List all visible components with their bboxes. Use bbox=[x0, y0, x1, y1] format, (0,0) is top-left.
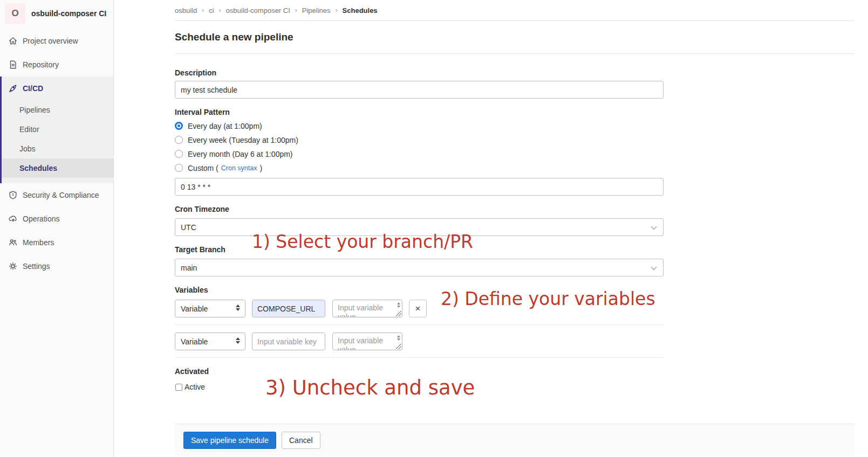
gear-icon bbox=[8, 261, 18, 271]
row-divider bbox=[175, 324, 664, 325]
stepper-icon[interactable] bbox=[397, 302, 400, 308]
sidebar-item-project-overview[interactable]: Project overview bbox=[0, 29, 113, 53]
variable-key-input[interactable] bbox=[252, 300, 325, 317]
radio-option-custom[interactable]: Custom ( Cron syntax ) bbox=[175, 163, 664, 172]
variable-value-wrap bbox=[332, 300, 402, 317]
sidebar-group-cicd: CI/CD Pipelines Editor Jobs Schedules bbox=[0, 77, 113, 183]
chevron-down-icon bbox=[651, 224, 657, 230]
project-title: osbuild-composer CI bbox=[31, 9, 106, 18]
stepper-icon[interactable] bbox=[397, 335, 400, 341]
radio-option-every-week[interactable]: Every week (Tuesday at 1:00pm) bbox=[175, 135, 664, 144]
page-title: Schedule a new pipeline bbox=[175, 21, 855, 54]
sidebar-item-jobs[interactable]: Jobs bbox=[2, 139, 113, 158]
users-icon bbox=[8, 238, 18, 247]
cron-pattern-input[interactable] bbox=[175, 178, 664, 196]
annotation-select-branch: 1) Select your branch/PR bbox=[252, 232, 473, 252]
description-field: Description bbox=[175, 69, 664, 99]
sidebar: O osbuild-composer CI Project overview R… bbox=[0, 0, 114, 457]
sidebar-item-label: Security & Compliance bbox=[23, 191, 99, 199]
breadcrumb-item[interactable]: Pipelines bbox=[302, 6, 331, 15]
active-checkbox[interactable] bbox=[175, 384, 182, 391]
radio-label: ) bbox=[260, 164, 263, 172]
variable-type-select[interactable]: Variable bbox=[175, 333, 245, 350]
updown-arrows-icon bbox=[236, 337, 240, 344]
radio-icon[interactable] bbox=[175, 136, 183, 144]
variable-value-input[interactable] bbox=[332, 333, 402, 350]
sidebar-item-pipelines[interactable]: Pipelines bbox=[2, 100, 113, 120]
variable-type-select[interactable]: Variable bbox=[175, 300, 245, 317]
sidebar-item-operations[interactable]: Operations bbox=[0, 207, 113, 231]
breadcrumb-item[interactable]: osbuild-composer CI bbox=[226, 6, 290, 15]
description-input[interactable] bbox=[175, 81, 664, 99]
resize-grip-icon[interactable] bbox=[396, 344, 401, 349]
sidebar-item-label: Operations bbox=[23, 214, 59, 223]
sidebar-nav: Project overview Repository CI/CD Pipeli… bbox=[0, 29, 113, 278]
close-icon: × bbox=[415, 303, 421, 314]
sidebar-item-members[interactable]: Members bbox=[0, 231, 113, 254]
interval-pattern-field: Interval Pattern Every day (at 1:00pm) E… bbox=[175, 108, 664, 196]
form-actions: Save pipeline schedule Cancel bbox=[175, 424, 855, 456]
timezone-selected-value: UTC bbox=[181, 223, 196, 232]
breadcrumb-item-current: Schedules bbox=[343, 6, 378, 15]
remove-variable-button[interactable]: × bbox=[409, 300, 427, 317]
document-icon bbox=[8, 60, 18, 70]
interval-pattern-label: Interval Pattern bbox=[175, 108, 664, 116]
radio-label: Every week (Tuesday at 1:00pm) bbox=[188, 136, 298, 144]
sidebar-item-security-compliance[interactable]: Security & Compliance bbox=[0, 183, 113, 207]
variable-type-value: Variable bbox=[181, 304, 208, 313]
cron-timezone-label: Cron Timezone bbox=[175, 205, 664, 213]
activated-label: Activated bbox=[175, 368, 664, 376]
branch-selected-value: main bbox=[181, 264, 197, 272]
updown-arrows-icon bbox=[236, 304, 240, 311]
radio-option-every-month[interactable]: Every month (Day 6 at 1:00pm) bbox=[175, 149, 664, 158]
variable-row: Variable bbox=[175, 333, 664, 350]
main-content: osbuild › ci › osbuild-composer CI › Pip… bbox=[114, 0, 868, 457]
rocket-icon bbox=[8, 84, 18, 93]
shield-icon bbox=[8, 190, 18, 200]
radio-label: Every day (at 1:00pm) bbox=[188, 122, 262, 130]
target-branch-select[interactable]: main bbox=[175, 259, 664, 276]
sidebar-item-settings[interactable]: Settings bbox=[0, 254, 113, 278]
sidebar-item-cicd[interactable]: CI/CD bbox=[2, 77, 113, 100]
variable-key-input[interactable] bbox=[252, 333, 325, 350]
sidebar-item-label: Jobs bbox=[19, 144, 36, 153]
variable-value-wrap bbox=[332, 333, 402, 350]
radio-label: Custom ( bbox=[188, 164, 218, 172]
annotation-uncheck-save: 3) Uncheck and save bbox=[265, 377, 475, 400]
sidebar-item-label: Repository bbox=[23, 60, 59, 69]
annotation-define-variables: 2) Define your variables bbox=[441, 289, 655, 309]
radio-option-every-day[interactable]: Every day (at 1:00pm) bbox=[175, 121, 664, 130]
sidebar-item-label: Project overview bbox=[23, 37, 78, 45]
description-label: Description bbox=[175, 69, 664, 77]
variable-type-value: Variable bbox=[181, 337, 208, 346]
variable-value-input[interactable] bbox=[332, 300, 402, 317]
sidebar-item-repository[interactable]: Repository bbox=[0, 53, 113, 77]
radio-selected-icon[interactable] bbox=[175, 122, 183, 130]
breadcrumb-separator: › bbox=[202, 6, 204, 14]
radio-label: Every month (Day 6 at 1:00pm) bbox=[188, 150, 293, 158]
project-header[interactable]: O osbuild-composer CI bbox=[0, 0, 113, 27]
breadcrumb: osbuild › ci › osbuild-composer CI › Pip… bbox=[175, 0, 855, 21]
cancel-button[interactable]: Cancel bbox=[282, 432, 320, 449]
sidebar-item-editor[interactable]: Editor bbox=[2, 120, 113, 139]
sidebar-item-label: Schedules bbox=[19, 164, 57, 172]
breadcrumb-separator: › bbox=[336, 6, 338, 14]
breadcrumb-item[interactable]: osbuild bbox=[175, 6, 197, 15]
row-divider bbox=[175, 357, 664, 358]
cron-syntax-link[interactable]: Cron syntax bbox=[221, 164, 257, 172]
breadcrumb-item[interactable]: ci bbox=[209, 6, 214, 15]
radio-icon[interactable] bbox=[175, 150, 183, 158]
sidebar-item-label: Members bbox=[23, 238, 54, 247]
resize-grip-icon[interactable] bbox=[396, 311, 401, 316]
project-avatar: O bbox=[5, 3, 25, 24]
sidebar-item-label: Pipelines bbox=[19, 106, 50, 114]
save-pipeline-schedule-button[interactable]: Save pipeline schedule bbox=[183, 432, 276, 449]
breadcrumb-separator: › bbox=[295, 6, 297, 14]
radio-icon[interactable] bbox=[175, 164, 183, 172]
chevron-down-icon bbox=[651, 264, 657, 270]
active-checkbox-label: Active bbox=[184, 383, 205, 391]
sidebar-item-label: Editor bbox=[19, 125, 39, 134]
sidebar-item-label: CI/CD bbox=[23, 84, 43, 93]
sidebar-item-schedules[interactable]: Schedules bbox=[2, 158, 113, 178]
breadcrumb-separator: › bbox=[219, 6, 221, 14]
